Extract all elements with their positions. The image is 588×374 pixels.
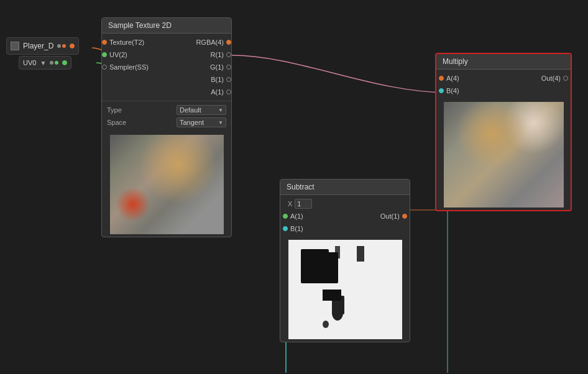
player-node[interactable]: Player_D <box>6 37 79 55</box>
subtract-a-left: A(1) <box>283 212 303 220</box>
multiply-title: Multiply <box>436 54 571 70</box>
texture-canvas <box>110 135 224 234</box>
b-output-label: B(1) <box>211 76 224 83</box>
r-output-dot[interactable] <box>226 52 231 57</box>
subtract-a-label: A(1) <box>290 212 303 220</box>
uv-dots <box>50 61 58 65</box>
uv-out-dot <box>62 60 67 65</box>
g-output-dot[interactable] <box>226 65 231 70</box>
uv-input-left: UV(2) <box>102 51 127 58</box>
rgba-output-right: RGBA(4) <box>196 39 231 46</box>
multiply-b-left: B(4) <box>439 87 459 94</box>
subtract-canvas <box>288 240 402 339</box>
a-output-right: A(1) <box>211 88 231 96</box>
multiply-a-label: A(4) <box>446 75 459 82</box>
type-select-arrow: ▼ <box>218 107 223 113</box>
multiply-body: A(4) Out(4) B(4) <box>436 70 571 99</box>
subtract-a-row: A(1) Out(1) <box>280 210 410 222</box>
rgba-output-label: RGBA(4) <box>196 39 224 46</box>
multiply-a-left: A(4) <box>439 75 459 82</box>
g-output-label: G(1) <box>210 63 224 71</box>
subtract-node: Subtract X 1 A(1) Out(1) B(1) <box>280 179 410 342</box>
sample-texture-body: Texture(T2) RGBA(4) UV(2) R(1) Sampler(S… <box>102 34 231 101</box>
sampler-input-dot[interactable] <box>102 65 107 70</box>
a-output-dot[interactable] <box>226 89 231 94</box>
texture-input-dot[interactable] <box>102 40 107 45</box>
subtract-b-row: B(1) <box>280 222 410 235</box>
uv-input-dot[interactable] <box>102 52 107 57</box>
uv-node[interactable]: UV0 ▼ <box>19 56 71 70</box>
player-out-dot <box>70 43 75 48</box>
sample-texture-title: Sample Texture 2D <box>102 18 231 34</box>
space-select-arrow: ▼ <box>218 120 223 125</box>
subtract-out-right: Out(1) <box>380 212 407 220</box>
a-output-label: A(1) <box>211 88 224 96</box>
multiply-out-right: Out(4) <box>541 75 568 82</box>
sampler-input-label: Sampler(SS) <box>109 63 149 71</box>
space-prop-value: Tangent <box>180 119 204 126</box>
subtract-b-left: B(1) <box>283 225 303 232</box>
player-label: Player_D <box>23 42 53 50</box>
sample-texture-props: Type Default ▼ Space Tangent ▼ <box>102 101 231 132</box>
rgba-output-dot[interactable] <box>226 40 231 45</box>
type-prop-value: Default <box>180 106 201 114</box>
subtract-a-dot[interactable] <box>283 214 288 219</box>
type-prop-label: Type <box>107 106 122 114</box>
texture-input-row: Texture(T2) RGBA(4) <box>102 36 231 48</box>
g-output-right: G(1) <box>210 63 231 71</box>
x-label: X <box>288 200 292 208</box>
x-input[interactable]: 1 <box>295 199 312 209</box>
player-dots <box>57 44 66 48</box>
subtract-out-dot[interactable] <box>402 214 407 219</box>
multiply-canvas <box>444 102 564 208</box>
uv-input-label: UV(2) <box>109 51 127 58</box>
sample-texture-node: Sample Texture 2D Texture(T2) RGBA(4) UV… <box>101 17 232 237</box>
sample-texture-preview <box>110 135 224 234</box>
multiply-a-dot[interactable] <box>439 76 444 81</box>
multiply-b-row: B(4) <box>436 84 571 97</box>
b-output-row: B(1) <box>102 73 231 86</box>
b-output-dot[interactable] <box>226 77 231 82</box>
r-output-label: R(1) <box>211 51 224 58</box>
multiply-preview <box>444 102 564 208</box>
subtract-title: Subtract <box>280 180 410 195</box>
r-output-right: R(1) <box>211 51 231 58</box>
a-output-row: A(1) <box>102 86 231 98</box>
subtract-out-label: Out(1) <box>380 212 400 220</box>
multiply-a-row: A(4) Out(4) <box>436 72 571 84</box>
multiply-out-label: Out(4) <box>541 75 561 82</box>
b-output-right: B(1) <box>211 76 231 83</box>
type-prop-row: Type Default ▼ <box>107 105 226 115</box>
multiply-node: Multiply A(4) Out(4) B(4) <box>435 53 572 211</box>
space-prop-row: Space Tangent ▼ <box>107 117 226 127</box>
player-icon <box>11 42 19 50</box>
type-prop-select[interactable]: Default ▼ <box>177 105 226 115</box>
texture-input-left: Texture(T2) <box>102 39 144 46</box>
subtract-x-field: X 1 <box>284 199 312 209</box>
space-prop-label: Space <box>107 119 126 126</box>
uv-label: UV0 <box>23 59 36 66</box>
multiply-b-label: B(4) <box>446 87 459 94</box>
space-prop-select[interactable]: Tangent ▼ <box>177 117 226 127</box>
uv-input-row: UV(2) R(1) <box>102 48 231 61</box>
subtract-preview <box>288 240 402 339</box>
subtract-x-row: X 1 <box>280 198 410 210</box>
subtract-b-dot[interactable] <box>283 226 288 231</box>
sampler-input-left: Sampler(SS) <box>102 63 149 71</box>
subtract-b-label: B(1) <box>290 225 303 232</box>
multiply-out-dot[interactable] <box>563 76 568 81</box>
multiply-b-dot[interactable] <box>439 88 444 93</box>
uv-arrow: ▼ <box>40 60 46 66</box>
subtract-body: X 1 A(1) Out(1) B(1) <box>280 195 410 237</box>
texture-input-label: Texture(T2) <box>109 39 144 46</box>
sampler-input-row: Sampler(SS) G(1) <box>102 61 231 73</box>
